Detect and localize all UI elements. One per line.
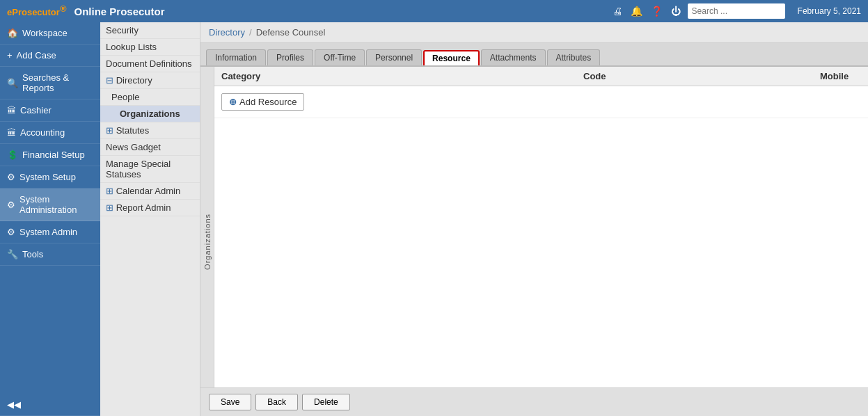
sub-item-statutes[interactable]: Statutes (100, 122, 200, 139)
search-container (688, 3, 785, 19)
sidebar-item-collapse[interactable]: ◀◀ (0, 394, 100, 416)
tab-information[interactable]: Information (206, 49, 266, 65)
sidebar-label-workspace: Workspace (22, 28, 68, 38)
tab-attachments[interactable]: Attachments (481, 49, 546, 65)
search-input[interactable] (688, 3, 785, 19)
system-admin-icon: ⚙ (7, 200, 15, 210)
side-label-container: Organizations Category Code Mobile ⊕ Add… (200, 67, 868, 416)
app-title: eProsecutor® Online Prosecutor (7, 3, 165, 19)
main-content: Directory / Defense Counsel Information … (200, 22, 868, 416)
sidebar-item-tools[interactable]: 🔧 Tools (0, 243, 100, 266)
plus-icon: ⊕ (229, 97, 237, 107)
side-label: Organizations (200, 67, 214, 416)
workspace-icon: 🏠 (7, 28, 18, 38)
sidebar: 🏠 Workspace + Add Case 🔍 Searches & Repo… (0, 22, 100, 416)
sys-admin-icon: ⚙ (7, 227, 15, 237)
sidebar-item-system-setup[interactable]: ⚙ System Setup (0, 166, 100, 189)
main-layout: 🏠 Workspace + Add Case 🔍 Searches & Repo… (0, 22, 868, 416)
sidebar-label-accounting: Accounting (20, 127, 65, 138)
sidebar-label-cashier: Cashier (20, 105, 52, 115)
tab-bar: Information Profiles Off-Time Personnel … (200, 43, 868, 67)
sidebar-item-accounting[interactable]: 🏛 Accounting (0, 122, 100, 144)
sidebar-item-cashier[interactable]: 🏛 Cashier (0, 99, 100, 122)
cashier-icon: 🏛 (7, 105, 16, 115)
tab-attributes[interactable]: Attributes (547, 49, 601, 65)
tab-personnel[interactable]: Personnel (366, 49, 422, 65)
sub-item-lookup[interactable]: Lookup Lists (100, 39, 200, 56)
save-button[interactable]: Save (209, 394, 251, 410)
sub-item-manage-statuses[interactable]: Manage Special Statuses (100, 156, 200, 183)
sub-item-security[interactable]: Security (100, 22, 200, 39)
sidebar-label-system-setup: System Setup (19, 172, 76, 182)
add-resource-area: ⊕ Add Resource (214, 86, 868, 118)
content-inner: Category Code Mobile ⊕ Add Resource (214, 67, 868, 416)
sub-item-report-admin[interactable]: Report Admin (100, 200, 200, 216)
add-resource-label: Add Resource (239, 97, 297, 107)
add-case-icon: + (7, 50, 13, 61)
sub-item-organizations[interactable]: Organizations (100, 106, 200, 122)
sidebar-label-system-admin: System Administration (19, 194, 93, 215)
col-header-mobile: Mobile (820, 71, 861, 81)
header-icons: 🖨 🔔 ❓ ⏻ (613, 6, 681, 17)
tab-off-time[interactable]: Off-Time (315, 49, 365, 65)
app-subtitle: Online Prosecutor (74, 6, 164, 17)
col-header-category: Category (221, 71, 583, 81)
col-header-code: Code (583, 71, 820, 81)
sidebar-item-searches[interactable]: 🔍 Searches & Reports (0, 67, 100, 99)
sidebar-item-system-admin[interactable]: ⚙ System Administration (0, 189, 100, 221)
sub-item-doc-def[interactable]: Document Definitions (100, 56, 200, 72)
sidebar-item-add-case[interactable]: + Add Case (0, 45, 100, 67)
tab-resource[interactable]: Resource (423, 50, 480, 65)
sub-item-people[interactable]: People (100, 89, 200, 106)
sub-item-directory[interactable]: Directory (100, 72, 200, 89)
accounting-icon: 🏛 (7, 127, 16, 138)
table-header: Category Code Mobile (214, 67, 868, 86)
bell-icon[interactable]: 🔔 (631, 6, 642, 17)
app-header: eProsecutor® Online Prosecutor 🖨 🔔 ❓ ⏻ F… (0, 0, 868, 22)
sub-item-news[interactable]: News Gadget (100, 139, 200, 156)
sidebar-label-tools: Tools (22, 249, 43, 259)
breadcrumb-directory[interactable]: Directory (209, 27, 245, 38)
system-setup-icon: ⚙ (7, 172, 15, 182)
sidebar-item-financial-setup[interactable]: 💲 Financial Setup (0, 144, 100, 166)
side-label-text: Organizations (203, 214, 212, 270)
exit-icon[interactable]: ⏻ (671, 6, 681, 17)
breadcrumb-current: Defense Counsel (256, 27, 326, 38)
tools-icon: 🔧 (7, 249, 18, 259)
collapse-icon: ◀◀ (7, 399, 21, 410)
delete-button[interactable]: Delete (302, 394, 350, 410)
header-date: February 5, 2021 (798, 6, 861, 16)
sidebar-item-sys-admin[interactable]: ⚙ System Admin (0, 221, 100, 243)
sub-sidebar: Security Lookup Lists Document Definitio… (100, 22, 200, 416)
financial-icon: 💲 (7, 150, 18, 160)
back-button[interactable]: Back (255, 394, 298, 410)
action-buttons: Save Back Delete (200, 387, 868, 416)
help-icon[interactable]: ❓ (651, 6, 663, 17)
sub-item-calendar-admin[interactable]: Calendar Admin (100, 183, 200, 200)
searches-icon: 🔍 (7, 78, 18, 88)
content-panel: Organizations Category Code Mobile ⊕ Add… (200, 67, 868, 416)
sidebar-label-add-case: Add Case (17, 50, 56, 61)
add-resource-button[interactable]: ⊕ Add Resource (221, 93, 304, 111)
breadcrumb: Directory / Defense Counsel (200, 22, 868, 43)
sidebar-label-searches: Searches & Reports (22, 72, 93, 93)
print-icon[interactable]: 🖨 (613, 6, 622, 17)
sidebar-label-financial: Financial Setup (22, 150, 85, 160)
sidebar-label-sys-admin: System Admin (19, 227, 77, 237)
tab-profiles[interactable]: Profiles (267, 49, 313, 65)
sidebar-item-workspace[interactable]: 🏠 Workspace (0, 22, 100, 45)
app-title-main: eProsecutor® (7, 7, 66, 17)
breadcrumb-separator: / (249, 27, 252, 38)
